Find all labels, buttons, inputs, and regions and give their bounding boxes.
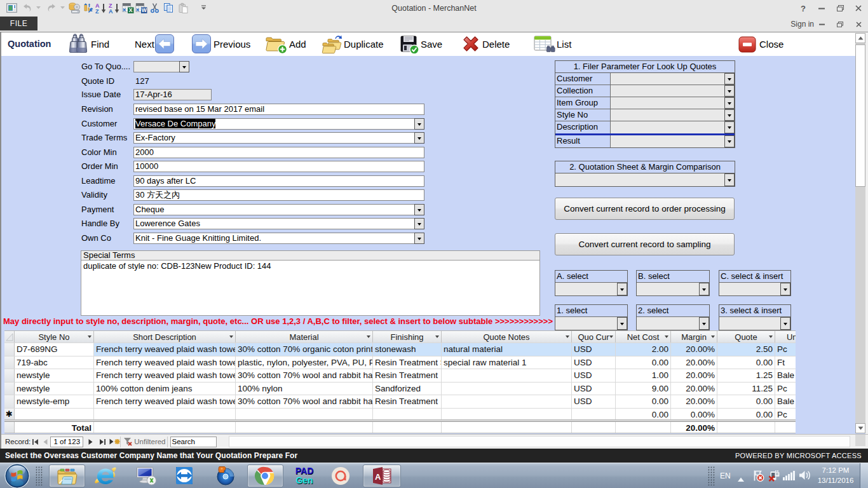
row-selector[interactable]: [4, 356, 15, 369]
total-margin[interactable]: 20.00%: [671, 422, 717, 433]
cell[interactable]: 0.00: [616, 395, 671, 408]
dropdown-icon[interactable]: [724, 73, 735, 85]
record-position[interactable]: 1 of 123: [50, 437, 83, 447]
field-combo-go-to-quo[interactable]: [133, 61, 189, 72]
cell[interactable]: stonewash: [373, 343, 442, 356]
first-record-button[interactable]: [32, 439, 39, 445]
close-window-button[interactable]: [851, 0, 866, 17]
cell[interactable]: 30% cotton 70% wool and rabbit hai: [236, 369, 373, 382]
convert-sampling-button[interactable]: Convert current record to sampling: [555, 233, 735, 255]
cell[interactable]: newstyle: [15, 369, 94, 382]
select-box-combo-b-select[interactable]: [637, 283, 709, 295]
cell[interactable]: [616, 422, 671, 433]
column-header[interactable]: Quo Cur: [572, 331, 616, 342]
hscroll-thumb[interactable]: [229, 436, 850, 447]
column-dropdown-icon[interactable]: [566, 336, 569, 340]
dropdown-icon[interactable]: [780, 283, 790, 295]
column-header[interactable]: Material: [236, 331, 373, 342]
restore-button[interactable]: [832, 0, 848, 17]
tray-clock[interactable]: 7:12 PM 13/11/2016: [816, 465, 855, 485]
sign-in-link[interactable]: Sign in: [790, 17, 814, 32]
filter-result-combo[interactable]: [611, 135, 735, 147]
chrome-icon[interactable]: [254, 466, 276, 488]
row-selector[interactable]: [4, 383, 15, 395]
select-all-cell[interactable]: [4, 331, 15, 342]
convert-order-button[interactable]: Convert current record to order processi…: [555, 198, 735, 220]
field-input-color-min[interactable]: 2000: [133, 147, 424, 158]
cell[interactable]: USD: [572, 383, 616, 395]
cell[interactable]: natural material: [442, 343, 572, 356]
cell[interactable]: Ft: [775, 356, 796, 369]
dropdown-icon[interactable]: [414, 132, 424, 144]
cell[interactable]: 0.00: [616, 409, 671, 420]
redo-dropdown-icon[interactable]: [60, 1, 65, 15]
field-combo-trade-terms[interactable]: Ex-Factory: [133, 132, 424, 144]
cell[interactable]: [442, 369, 572, 382]
field-combo-customer[interactable]: Versace De Company: [133, 118, 424, 130]
doc-minimize-button[interactable]: [814, 17, 829, 32]
tray-network-icon[interactable]: [768, 470, 780, 484]
cell[interactable]: USD: [572, 356, 616, 369]
dropdown-icon[interactable]: [617, 283, 627, 295]
cell[interactable]: 9.00: [616, 383, 671, 395]
cell[interactable]: 1.25: [717, 369, 775, 382]
row-selector[interactable]: [4, 395, 15, 408]
teamviewer-icon[interactable]: [173, 466, 196, 488]
cell[interactable]: Bale: [775, 369, 796, 382]
cell[interactable]: [442, 409, 572, 420]
close-icon[interactable]: [737, 35, 757, 57]
column-dropdown-icon[interactable]: [229, 336, 233, 340]
delete-icon[interactable]: [460, 34, 482, 57]
paste-icon[interactable]: [177, 1, 189, 15]
anydesk-icon[interactable]: [330, 466, 351, 488]
export-excel-icon[interactable]: X: [121, 1, 134, 15]
cell[interactable]: [775, 422, 796, 433]
scroll-down-button[interactable]: [855, 423, 865, 433]
tray-signal-icon[interactable]: [783, 471, 796, 483]
column-header[interactable]: Quote: [717, 331, 775, 342]
cell[interactable]: 100% cotton denim jeans: [94, 383, 236, 395]
previous-button[interactable]: [192, 34, 211, 53]
cell[interactable]: 0.00: [616, 356, 671, 369]
list-icon[interactable]: [533, 35, 556, 57]
cell[interactable]: [442, 422, 572, 433]
cell[interactable]: [373, 409, 442, 420]
column-dropdown-icon[interactable]: [769, 336, 773, 340]
internet-explorer-icon[interactable]: [94, 466, 117, 488]
show-desktop-button[interactable]: [860, 463, 868, 488]
form-vscrollbar[interactable]: [855, 33, 865, 433]
field-combo-handle-by[interactable]: Lowerence Gates: [133, 218, 424, 229]
dropdown-icon[interactable]: [414, 204, 424, 215]
next-record-button[interactable]: [88, 439, 93, 445]
column-dropdown-icon[interactable]: [609, 336, 613, 340]
close-button[interactable]: Close: [759, 32, 783, 56]
cell[interactable]: [572, 422, 616, 433]
total-label[interactable]: Total: [15, 422, 94, 433]
select-box-combo-3-select-insert[interactable]: [719, 317, 790, 330]
dropdown-icon[interactable]: [724, 109, 735, 121]
cell[interactable]: French terry weaved plaid wash towe: [94, 369, 236, 382]
column-header[interactable]: Short Description: [94, 331, 236, 342]
dropdown-icon[interactable]: [179, 61, 189, 72]
dropdown-icon[interactable]: [780, 317, 790, 330]
dropdown-icon[interactable]: [724, 135, 735, 147]
cell[interactable]: 30% cotton 70% wool and rabbit hai: [236, 395, 373, 408]
cell[interactable]: [717, 422, 775, 433]
cell[interactable]: [572, 409, 616, 420]
dropdown-icon[interactable]: [724, 121, 735, 133]
field-combo-payment[interactable]: Cheque: [133, 204, 424, 215]
cell[interactable]: [442, 383, 572, 395]
dropdown-icon[interactable]: [414, 233, 424, 244]
cell[interactable]: [236, 409, 373, 420]
special-terms-textarea[interactable]: duplicate of style no: CDB-123New Produc…: [81, 261, 540, 316]
remote-desktop-icon[interactable]: [133, 466, 158, 488]
cell[interactable]: French terry weaved plaid wash towe: [94, 343, 236, 356]
filter-state-icon[interactable]: [123, 437, 133, 446]
cell[interactable]: Sandforized: [373, 383, 442, 395]
cell[interactable]: Bale: [775, 395, 796, 408]
add-button[interactable]: Add: [289, 32, 306, 56]
filter-combo-description[interactable]: [611, 121, 735, 133]
save-button[interactable]: Save: [421, 32, 442, 56]
duplicate-button[interactable]: Duplicate: [344, 32, 384, 56]
redo-icon[interactable]: [45, 1, 58, 15]
